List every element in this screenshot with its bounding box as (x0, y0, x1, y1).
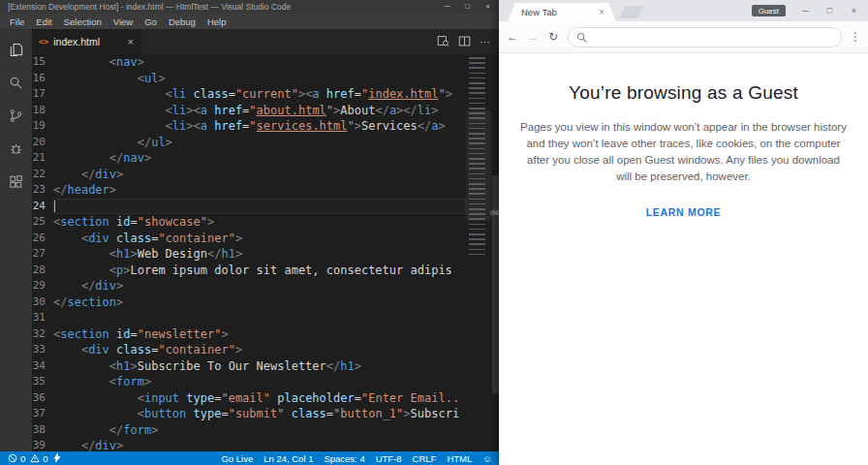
code-line[interactable]: <h1>Subscribe To Our Newsletter</h1> (53, 358, 466, 375)
code-line[interactable]: </div> (53, 278, 466, 294)
chrome-tab-title: New Tab (521, 7, 557, 17)
line-number: 15 (32, 54, 46, 71)
feedback-smiley-icon[interactable]: ☺ (482, 453, 492, 464)
line-number: 36 (32, 390, 46, 407)
code-line[interactable]: <input type="email" placeholder="Enter E… (53, 390, 466, 407)
split-editor-icon[interactable] (458, 35, 471, 49)
chrome-close-button[interactable]: × (842, 1, 866, 20)
code-line[interactable]: <div class="container"> (53, 342, 466, 358)
guest-page: You’re browsing as a Guest Pages you vie… (499, 53, 868, 465)
debug-icon[interactable] (0, 132, 32, 165)
more-actions-icon[interactable]: ··· (480, 36, 490, 47)
errors-icon[interactable]: 0 (8, 453, 25, 464)
line-number: 20 (32, 135, 46, 151)
search-icon[interactable] (0, 66, 32, 99)
status-bar: 0 0 Go LiveLn 24, Col 1Spaces: 4UTF-8CRL… (0, 451, 500, 465)
warnings-icon[interactable]: 0 (30, 453, 47, 464)
chrome-minimize-button[interactable]: ─ (793, 1, 818, 20)
line-number: 21 (32, 150, 46, 167)
address-bar[interactable] (568, 27, 842, 47)
status-go-live[interactable]: Go Live (221, 453, 253, 464)
minimap[interactable] (466, 54, 491, 451)
code-line[interactable]: <section id="newsletter"> (53, 326, 466, 343)
menu-file[interactable]: File (4, 16, 30, 27)
code-line[interactable]: <li><a href="about.html">About</a></li> (53, 103, 466, 119)
code-line[interactable]: <section id="showcase"> (53, 214, 466, 231)
menu-debug[interactable]: Debug (163, 16, 202, 27)
code-line[interactable] (53, 310, 466, 326)
code-line[interactable]: </form> (53, 422, 466, 439)
status-language-mode[interactable]: HTML (447, 453, 472, 464)
code-line[interactable]: <p>Lorem ipsum dolor sit amet, consectet… (53, 263, 466, 279)
line-number: 30 (32, 294, 46, 311)
code-line[interactable]: </section> (53, 294, 466, 311)
learn-more-link[interactable]: LEARN MORE (646, 206, 722, 218)
menu-go[interactable]: Go (139, 16, 163, 27)
desktop: [Extension Development Host] - index.htm… (0, 0, 868, 465)
code-line[interactable]: </header> (53, 182, 466, 199)
line-number: 31 (32, 310, 46, 326)
chrome-maximize-button[interactable]: □ (818, 1, 842, 20)
code-line[interactable]: </nav> (53, 150, 466, 167)
browser-menu-icon[interactable]: ⋮ (848, 30, 863, 44)
line-number: 17 (32, 86, 46, 103)
code-line[interactable]: <li><a href="services.html">Services</a> (53, 118, 466, 135)
vscode-window-title: [Extension Development Host] - index.htm… (8, 2, 437, 12)
new-tab-button[interactable] (619, 6, 644, 18)
line-number: 39 (32, 438, 46, 451)
editor[interactable]: 1516171819202122232425262728293031323334… (32, 54, 500, 451)
line-number: 18 (32, 103, 46, 119)
explorer-icon[interactable] (0, 33, 32, 66)
code-lines[interactable]: <nav> <ul> <li class="current"><a href="… (53, 54, 466, 451)
status-encoding[interactable]: UTF-8 (376, 453, 402, 464)
live-server-bolt-icon[interactable] (53, 452, 61, 465)
status-indentation[interactable]: Spaces: 4 (324, 453, 364, 464)
vscode-titlebar: [Extension Development Host] - index.htm… (0, 0, 500, 14)
vscode-minimize-button[interactable]: ─ (437, 0, 457, 14)
code-line[interactable]: <li class="current"><a href="index.html"… (53, 86, 466, 103)
line-number: 19 (32, 118, 46, 135)
guest-description: Pages you view in this window won’t appe… (520, 119, 848, 185)
line-number: 28 (32, 263, 46, 279)
code-line[interactable]: <button type="submit" class="button_1">S… (53, 406, 466, 422)
code-line[interactable]: <form> (53, 374, 466, 390)
forward-button[interactable]: → (524, 30, 542, 44)
resize-cursor: ↔ (488, 202, 502, 218)
source-control-icon[interactable] (0, 99, 32, 132)
code-line[interactable]: </ul> (53, 135, 466, 151)
guest-badge[interactable]: Guest (752, 5, 786, 16)
menu-selection[interactable]: Selection (58, 16, 108, 27)
line-number: 29 (32, 278, 46, 294)
gutter: 1516171819202122232425262728293031323334… (32, 54, 53, 451)
menu-view[interactable]: View (108, 16, 139, 27)
back-button[interactable]: ← (504, 30, 521, 44)
line-number: 16 (32, 71, 46, 87)
extensions-icon[interactable] (0, 165, 32, 198)
vscode-close-button[interactable]: × (478, 0, 498, 14)
line-number: 34 (32, 358, 46, 375)
code-line[interactable]: </div> (53, 167, 466, 183)
menu-edit[interactable]: Edit (30, 16, 57, 27)
chrome-tab-new-tab[interactable]: New Tab × (508, 3, 616, 21)
code-line[interactable] (53, 199, 466, 215)
status-cursor-position[interactable]: Ln 24, Col 1 (264, 453, 313, 464)
code-line[interactable]: <h1>Web Design</h1> (53, 246, 466, 263)
code-line[interactable]: <nav> (53, 54, 466, 71)
line-number: 24 (32, 199, 46, 215)
tab-index-html[interactable]: <> index.html × (32, 29, 140, 54)
menubar: FileEditSelectionViewGoDebugHelp (0, 14, 500, 29)
line-number: 33 (32, 342, 46, 358)
open-preview-icon[interactable] (437, 35, 450, 49)
code-line[interactable]: </div> (53, 438, 466, 451)
code-line[interactable]: <ul> (53, 71, 466, 87)
warnings-count: 0 (43, 453, 47, 464)
code-line[interactable]: <div class="container"> (53, 231, 466, 247)
line-number: 32 (32, 326, 46, 343)
tab-close-icon[interactable]: × (128, 36, 134, 47)
vscode-maximize-button[interactable]: □ (457, 0, 478, 14)
chrome-tab-close-icon[interactable]: × (599, 7, 604, 17)
activity-bar (0, 29, 32, 451)
reload-button[interactable]: ↻ (544, 30, 562, 44)
status-eol[interactable]: CRLF (413, 453, 437, 464)
menu-help[interactable]: Help (202, 16, 232, 27)
